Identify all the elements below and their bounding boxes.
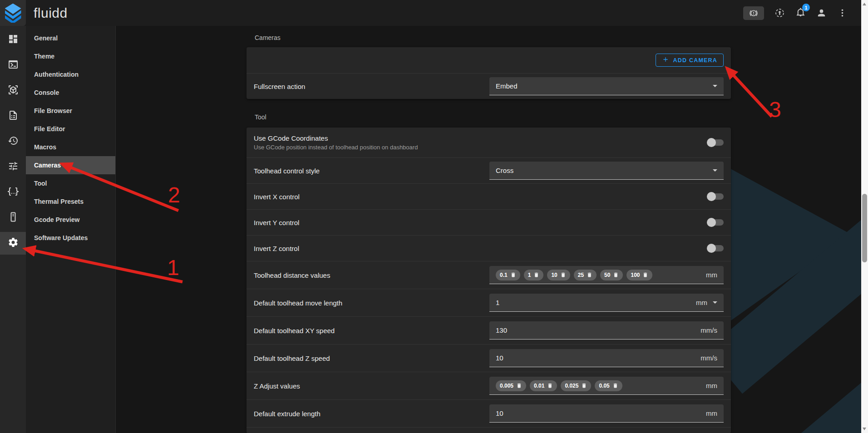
rail-item-macros[interactable] <box>0 181 26 204</box>
chip-value: 0.05 <box>599 383 609 389</box>
dashboard-icon <box>8 34 19 46</box>
plus-icon <box>662 56 669 64</box>
toggle-invert-z-control[interactable] <box>707 244 724 253</box>
emergency-stop-button[interactable] <box>743 6 764 20</box>
settings-row-default-toolhead-move-length: Default toolhead move length1mm <box>247 289 731 316</box>
delete-icon[interactable] <box>516 383 522 389</box>
settings-card-cameras: ADD CAMERAFullscreen actionEmbed <box>247 47 731 99</box>
cube-scan-icon <box>8 84 19 97</box>
settings-row <box>247 427 731 433</box>
toggle-invert-x-control[interactable] <box>707 192 724 201</box>
input-default-toolhead-xy-speed[interactable]: 130mm/s <box>489 321 724 340</box>
vertical-scrollbar[interactable] <box>861 0 868 433</box>
settings-menu: GeneralThemeAuthenticationConsoleFile Br… <box>26 26 116 433</box>
delete-icon[interactable] <box>547 383 553 389</box>
chips-field-toolhead-distance-values[interactable]: 0.11102550100mm <box>489 266 724 284</box>
rail-item-system[interactable] <box>0 207 26 229</box>
value-chip[interactable]: 25 <box>574 270 597 280</box>
scroll-down-arrow-icon[interactable] <box>863 428 866 430</box>
value-chip[interactable]: 1 <box>524 270 544 280</box>
delete-icon[interactable] <box>533 272 539 278</box>
delete-icon[interactable] <box>613 272 619 278</box>
input-default-toolhead-move-length[interactable]: 1mm <box>489 294 724 312</box>
scrollbar-thumb[interactable] <box>862 194 867 262</box>
toggle-knob <box>707 244 716 253</box>
select-fullscreen-action[interactable]: Embed <box>489 77 724 95</box>
rail-item-history[interactable] <box>0 130 26 153</box>
row-label: Toolhead distance values <box>254 271 330 279</box>
update-icon[interactable] <box>774 8 785 18</box>
notifications-button[interactable]: 1 <box>795 7 806 19</box>
chip-value: 0.1 <box>500 272 508 278</box>
row-control <box>707 192 724 201</box>
settings-row-toolhead-control-style: Toolhead control styleCross <box>247 157 731 183</box>
input-default-extrude-length[interactable]: 10mm <box>489 404 724 423</box>
settings-menu-item-gcode-preview[interactable]: Gcode Preview <box>26 211 115 229</box>
row-label: Invert Z control <box>254 245 299 252</box>
chip-value: 25 <box>578 272 584 278</box>
toggle-invert-y-control[interactable] <box>707 218 724 227</box>
settings-menu-item-file-browser[interactable]: File Browser <box>26 102 115 120</box>
row-label: Z Adjust values <box>254 382 300 390</box>
rail-item-settings[interactable] <box>0 232 26 255</box>
add-camera-button[interactable]: ADD CAMERA <box>656 54 724 67</box>
chevron-down-icon <box>713 169 717 172</box>
value-chip[interactable]: 0.05 <box>595 380 622 391</box>
settings-menu-item-thermal-presets[interactable]: Thermal Presets <box>26 192 115 211</box>
chip-value: 0.005 <box>500 383 513 389</box>
delete-icon[interactable] <box>560 272 566 278</box>
rail-item-gcode-preview[interactable] <box>0 79 26 102</box>
chip-value: 50 <box>604 272 610 278</box>
tune-icon <box>8 161 19 173</box>
settings-menu-item-cameras[interactable]: Cameras <box>26 156 115 174</box>
delete-icon[interactable] <box>510 272 516 278</box>
value-chip[interactable]: 10 <box>547 270 570 280</box>
value-chip[interactable]: 0.01 <box>530 380 557 391</box>
settings-menu-item-general[interactable]: General <box>26 29 115 47</box>
settings-menu-item-file-editor[interactable]: File Editor <box>26 120 115 138</box>
settings-row-invert-x-control: Invert X control <box>247 183 731 209</box>
kebab-menu-icon[interactable] <box>837 8 848 18</box>
row-control: 130mm/s <box>489 321 724 340</box>
rail-item-dashboard[interactable] <box>0 29 26 51</box>
delete-icon[interactable] <box>581 383 587 389</box>
rail-item-tune[interactable] <box>0 156 26 178</box>
input-value: 130 <box>496 326 507 334</box>
row-label: Invert X control <box>254 193 300 201</box>
account-icon[interactable] <box>816 8 827 18</box>
row-control: 1mm <box>489 294 724 312</box>
button-label: ADD CAMERA <box>673 57 717 64</box>
rail-item-console[interactable] <box>0 54 26 77</box>
value-chip[interactable]: 0.1 <box>496 270 520 280</box>
settings-menu-item-tool[interactable]: Tool <box>26 174 115 192</box>
delete-icon[interactable] <box>642 272 648 278</box>
delete-icon[interactable] <box>587 272 592 278</box>
value-chip[interactable]: 100 <box>626 270 652 280</box>
scroll-up-arrow-icon[interactable] <box>863 3 866 5</box>
settings-card-tool: Use GCode CoordinatesUse GCode position … <box>247 128 731 433</box>
settings-menu-item-theme[interactable]: Theme <box>26 47 115 65</box>
rail-item-file-browser[interactable] <box>0 105 26 128</box>
chips-field-z-adjust-values[interactable]: 0.0050.010.0250.05mm <box>489 377 724 395</box>
select-toolhead-control-style[interactable]: Cross <box>489 162 724 180</box>
row-text: Z Adjust values <box>254 378 300 394</box>
unit-suffix: mm <box>706 382 717 389</box>
settings-menu-item-macros[interactable]: Macros <box>26 138 115 156</box>
input-default-toolhead-z-speed[interactable]: 10mm/s <box>489 349 724 367</box>
value-chip[interactable]: 0.025 <box>561 380 591 391</box>
toggle-knob <box>707 192 716 201</box>
row-control <box>707 218 724 227</box>
settings-menu-item-authentication[interactable]: Authentication <box>26 65 115 84</box>
value-chip[interactable]: 0.005 <box>496 380 526 391</box>
tower-icon <box>8 212 19 224</box>
delete-icon[interactable] <box>612 383 618 389</box>
section-label-tool: Tool <box>255 113 731 121</box>
console-icon <box>8 59 19 72</box>
settings-menu-item-software-updates[interactable]: Software Updates <box>26 229 115 247</box>
app-logo[interactable] <box>0 0 26 26</box>
row-control: 0.0050.010.0250.05mm <box>489 377 724 395</box>
toggle-use-gcode-coordinates[interactable] <box>707 138 724 147</box>
value-chip[interactable]: 50 <box>600 270 623 280</box>
settings-menu-item-console[interactable]: Console <box>26 84 115 102</box>
settings-row-default-toolhead-z-speed: Default toolhead Z speed10mm/s <box>247 344 731 372</box>
